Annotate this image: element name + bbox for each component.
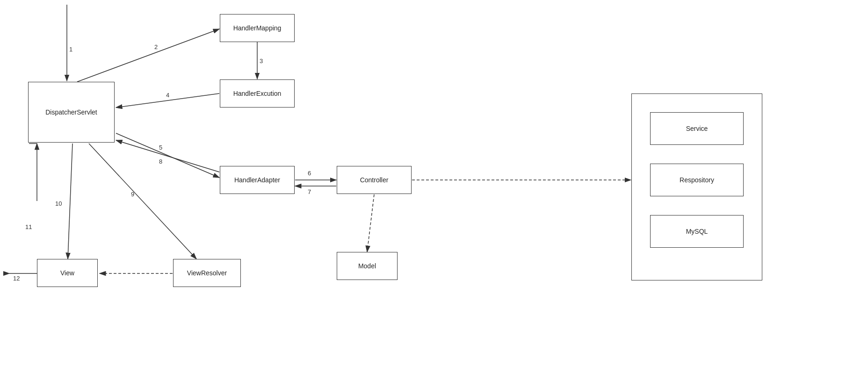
label-9: 9: [131, 191, 134, 198]
dispatcher-servlet-box: DispatcherServlet: [28, 82, 115, 143]
arrow-controller-model: [367, 194, 374, 252]
service-box: Service: [650, 112, 744, 145]
mysql-label: MySQL: [686, 228, 708, 235]
dispatcher-servlet-label: DispatcherServlet: [45, 108, 97, 116]
handler-adapter-box: HandlerAdapter: [220, 166, 295, 194]
handler-mapping-label: HandlerMapping: [233, 24, 282, 32]
arrow-10: [68, 144, 72, 259]
arrow-2: [77, 29, 219, 82]
handler-excution-box: HandlerExcution: [220, 79, 295, 108]
label-10: 10: [55, 200, 62, 207]
view-resolver-box: ViewResolver: [173, 259, 241, 287]
arrow-5: [116, 133, 219, 178]
arrow-8: [116, 140, 219, 172]
view-label: View: [60, 269, 74, 277]
view-box: View: [37, 259, 98, 287]
model-label: Model: [358, 262, 376, 270]
label-4: 4: [166, 92, 169, 99]
controller-box: Controller: [337, 166, 412, 194]
label-12: 12: [13, 275, 20, 282]
label-5: 5: [159, 144, 162, 151]
view-resolver-label: ViewResolver: [187, 269, 227, 277]
handler-excution-label: HandlerExcution: [233, 90, 282, 97]
label-8: 8: [159, 158, 162, 165]
label-3: 3: [260, 57, 263, 65]
repository-box: Respository: [650, 164, 744, 196]
mysql-box: MySQL: [650, 215, 744, 248]
label-11: 11: [25, 223, 32, 230]
label-2: 2: [154, 43, 158, 50]
label-7: 7: [308, 188, 311, 195]
model-box: Model: [337, 252, 398, 280]
label-6: 6: [308, 170, 311, 177]
repository-label: Respository: [680, 176, 714, 184]
controller-label: Controller: [360, 176, 389, 184]
handler-mapping-box: HandlerMapping: [220, 14, 295, 42]
service-label: Service: [686, 125, 708, 132]
diagram-container: 1 2 3 4 5 6 7 8 9 10 11 12: [0, 0, 868, 366]
handler-adapter-label: HandlerAdapter: [234, 176, 280, 184]
label-1: 1: [69, 46, 72, 53]
